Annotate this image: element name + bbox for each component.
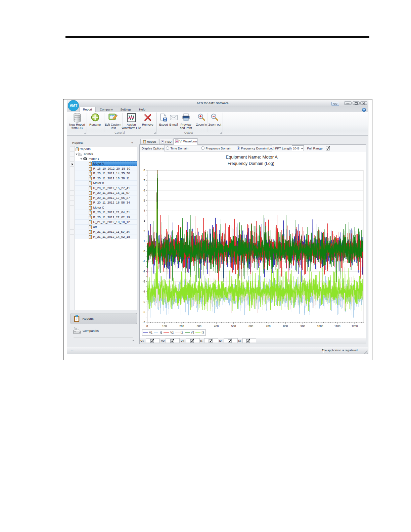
svg-text:-4: -4 — [142, 290, 145, 293]
svg-text:700: 700 — [266, 324, 270, 328]
svg-text:4: 4 — [143, 209, 145, 212]
svg-text:-1: -1 — [142, 260, 145, 263]
svg-text:100: 100 — [162, 324, 167, 328]
svg-text:500: 500 — [231, 324, 236, 328]
svg-text:-5: -5 — [142, 300, 145, 303]
svg-text:200: 200 — [179, 324, 184, 328]
svg-text:800: 800 — [283, 324, 288, 328]
svg-text:400: 400 — [214, 324, 219, 328]
svg-text:300: 300 — [196, 324, 201, 328]
svg-text:0: 0 — [143, 249, 145, 253]
svg-text:600: 600 — [248, 324, 253, 328]
svg-text:1100: 1100 — [334, 324, 340, 328]
svg-text:-3: -3 — [142, 280, 145, 283]
svg-text:2: 2 — [143, 229, 145, 232]
svg-text:6: 6 — [143, 188, 145, 192]
svg-text:900: 900 — [300, 324, 305, 328]
svg-text:-2: -2 — [142, 270, 145, 273]
svg-text:-6: -6 — [142, 310, 145, 313]
svg-text:?: ? — [363, 108, 365, 111]
svg-text:-7: -7 — [142, 320, 145, 323]
svg-text:5: 5 — [143, 199, 145, 202]
svg-text:3: 3 — [143, 219, 145, 222]
svg-text:8: 8 — [143, 168, 145, 172]
svg-text:7: 7 — [143, 178, 145, 182]
svg-text:1: 1 — [143, 239, 145, 242]
svg-text:0: 0 — [146, 324, 148, 328]
svg-text:1000: 1000 — [317, 324, 323, 328]
svg-text:1200: 1200 — [351, 324, 358, 328]
